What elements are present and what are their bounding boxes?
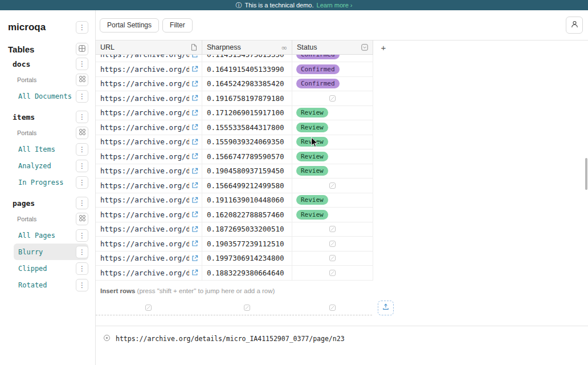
sharpness-cell[interactable]: 0.1997306914234800 [202, 252, 292, 266]
status-cell[interactable]: Review [292, 164, 373, 179]
insert-cell-sharpness[interactable] [202, 301, 291, 315]
table-row[interactable]: https://archive.org/det 0.19045809371594… [96, 164, 373, 179]
sharpness-cell[interactable]: 0.1883229380664640 [202, 266, 292, 281]
sharpness-cell[interactable]: 0.1911639010448060 [202, 193, 292, 208]
portal-menu-button[interactable]: ⋮ [76, 262, 88, 275]
portal-item[interactable]: Analyzed ⋮ [14, 157, 88, 174]
url-cell[interactable]: https://archive.org/det [96, 266, 202, 281]
url-cell[interactable]: https://archive.org/det [96, 193, 202, 208]
external-link-icon[interactable] [191, 55, 198, 58]
status-badge[interactable]: Review [296, 137, 328, 147]
portal-menu-button[interactable]: ⋮ [76, 176, 88, 189]
external-link-icon[interactable] [191, 211, 198, 218]
status-badge[interactable]: Review [296, 123, 328, 132]
status-cell[interactable]: Confirmed [292, 62, 373, 77]
external-link-icon[interactable] [191, 182, 198, 189]
status-badge[interactable]: Review [296, 108, 328, 117]
sharpness-cell[interactable]: 0.1641915405133990 [202, 62, 292, 77]
url-cell[interactable]: https://archive.org/det [96, 237, 202, 252]
portal-item[interactable]: Blurry ⋮ [14, 244, 88, 260]
table-row[interactable]: https://archive.org/det 0.15664992124995… [96, 179, 373, 193]
external-link-icon[interactable] [191, 269, 198, 276]
table-row[interactable]: https://archive.org/det 0.19167581978791… [96, 91, 373, 106]
url-cell[interactable]: https://archive.org/det [96, 91, 202, 106]
sharpness-cell[interactable]: 0.1872695033200510 [202, 222, 292, 237]
sharpness-cell[interactable]: 0.1904580937159450 [202, 164, 292, 179]
portal-menu-button[interactable]: ⋮ [76, 279, 88, 291]
table-row[interactable]: https://archive.org/det 0.19116390104480… [96, 193, 373, 208]
url-cell[interactable]: https://archive.org/det [96, 106, 202, 121]
record-url[interactable]: https://archive.org/details/micro_IA4115… [116, 335, 345, 343]
insert-cell-url[interactable] [96, 301, 201, 315]
external-link-icon[interactable] [191, 240, 198, 247]
insert-row[interactable] [96, 301, 588, 315]
portal-menu-button[interactable]: ⋮ [76, 90, 88, 103]
status-cell[interactable] [292, 252, 373, 266]
status-badge[interactable]: Confirmed [296, 79, 340, 88]
table-name[interactable]: items [13, 113, 35, 121]
table-menu-button[interactable]: ⋮ [76, 58, 88, 70]
add-column-button[interactable]: + [373, 40, 394, 55]
table-row[interactable]: https://archive.org/det 0.15590393240693… [96, 135, 373, 150]
portals-grid-button[interactable] [76, 127, 88, 139]
external-link-icon[interactable] [191, 80, 198, 87]
sharpness-cell[interactable]: 0.1903577239112510 [202, 237, 292, 252]
table-row[interactable]: https://archive.org/det 0.16208227888574… [96, 208, 373, 222]
learn-more-link[interactable]: Learn more › [317, 2, 353, 9]
external-link-icon[interactable] [191, 197, 198, 204]
status-badge[interactable]: Review [296, 210, 328, 220]
table-row[interactable]: https://archive.org/det 0.19973069142348… [96, 252, 373, 266]
portal-item[interactable]: All Pages ⋮ [14, 227, 88, 244]
url-cell[interactable]: https://archive.org/det [96, 222, 202, 237]
column-header-sharpness[interactable]: Sharpness ∞ [202, 40, 292, 55]
status-cell[interactable]: Review [292, 135, 373, 150]
portal-menu-button[interactable]: ⋮ [76, 160, 88, 172]
portals-grid-button[interactable] [76, 74, 88, 86]
status-cell[interactable] [292, 91, 373, 106]
external-link-icon[interactable] [191, 66, 198, 72]
table-row[interactable]: https://archive.org/det 0.15667477895905… [96, 149, 373, 164]
status-cell[interactable]: Confirmed [292, 55, 373, 62]
url-cell[interactable]: https://archive.org/det [96, 208, 202, 222]
app-menu-button[interactable]: ⋮ [76, 21, 88, 34]
column-header-url[interactable]: URL [96, 40, 202, 55]
table-row[interactable]: https://archive.org/det 0.18726950332005… [96, 222, 373, 237]
sharpness-cell[interactable]: 0.1555335844317800 [202, 120, 292, 135]
portal-menu-button[interactable]: ⋮ [76, 229, 88, 242]
table-name[interactable]: docs [13, 60, 30, 68]
portal-item[interactable]: Clipped ⋮ [14, 260, 88, 277]
status-cell[interactable]: Review [292, 208, 373, 222]
status-cell[interactable]: Review [292, 120, 373, 135]
table-row[interactable]: https://archive.org/det 0.17120690159171… [96, 106, 373, 121]
external-link-icon[interactable] [191, 95, 198, 102]
insert-cell-status[interactable] [292, 301, 372, 315]
table-row[interactable]: https://archive.org/det 0.15553358443178… [96, 120, 373, 135]
status-cell[interactable] [292, 237, 373, 252]
url-cell[interactable]: https://archive.org/det [96, 252, 202, 266]
status-badge[interactable]: Confirmed [296, 55, 340, 59]
url-cell[interactable]: https://archive.org/det [96, 179, 202, 193]
table-row[interactable]: https://archive.org/det 0.11451345756133… [96, 55, 373, 62]
external-link-icon[interactable] [191, 139, 198, 145]
status-cell[interactable]: Confirmed [292, 77, 373, 92]
url-cell[interactable]: https://archive.org/det [96, 55, 202, 62]
sharpness-cell[interactable]: 0.1916758197879180 [202, 91, 292, 106]
status-cell[interactable]: Review [292, 149, 373, 164]
external-link-icon[interactable] [191, 110, 198, 116]
portal-item[interactable]: In Progress ⋮ [14, 174, 88, 190]
url-cell[interactable]: https://archive.org/det [96, 120, 202, 135]
status-badge[interactable]: Confirmed [296, 64, 340, 74]
table-row[interactable]: https://archive.org/det 0.16419154051339… [96, 62, 373, 77]
portal-menu-button[interactable]: ⋮ [76, 143, 88, 156]
status-cell[interactable] [292, 266, 373, 281]
status-badge[interactable]: Review [296, 166, 328, 176]
status-cell[interactable] [292, 222, 373, 237]
table-row[interactable]: https://archive.org/det 0.16452429833854… [96, 77, 373, 92]
sharpness-cell[interactable]: 0.1145134575613350 [202, 55, 292, 62]
portals-grid-button[interactable] [76, 213, 88, 225]
sharpness-cell[interactable]: 0.1566499212499580 [202, 179, 292, 193]
portal-item[interactable]: All Documents ⋮ [14, 88, 88, 104]
url-cell[interactable]: https://archive.org/det [96, 149, 202, 164]
table-menu-button[interactable]: ⋮ [76, 197, 88, 209]
status-cell[interactable]: Review [292, 106, 373, 121]
